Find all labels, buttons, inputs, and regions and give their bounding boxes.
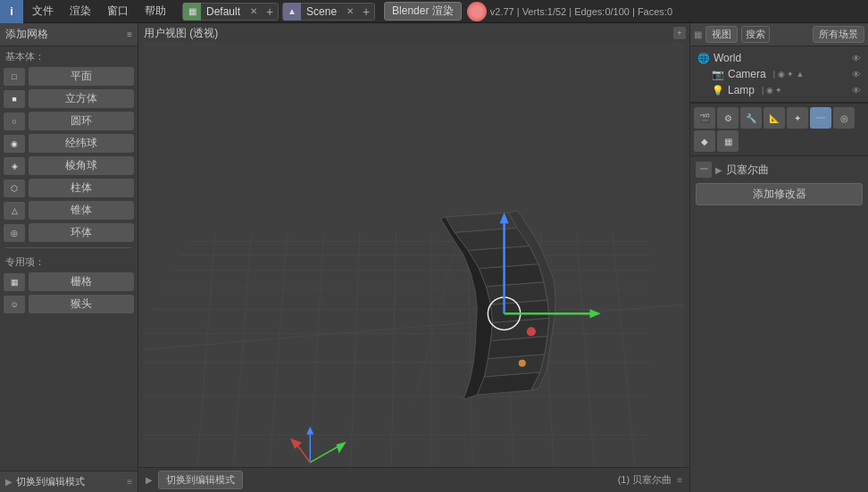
cylinder-label: 柱体 <box>29 179 134 197</box>
sidebar-item-torus[interactable]: ◎ 环体 <box>0 221 138 244</box>
lamp-options[interactable]: | ◉ ✦ <box>762 86 782 95</box>
bottom-right-corner[interactable]: ≡ <box>677 475 682 485</box>
sidebar-divider <box>5 247 132 248</box>
sidebar-title: 添加网格 <box>5 27 48 42</box>
edit-mode-button[interactable]: 切换到编辑模式 <box>16 475 85 488</box>
viewport[interactable]: 用户视图 (透视) + <box>138 23 689 492</box>
add-modifier-button[interactable]: 添加修改器 <box>696 183 863 205</box>
right-panel-corner: ▦ <box>694 29 702 39</box>
prop-scene-icon[interactable]: ⚙ <box>717 107 739 129</box>
tab-scene-icon: ▲ <box>283 3 301 21</box>
world-visibility-icon[interactable]: 👁 <box>852 54 861 63</box>
plane-label: 平面 <box>29 67 134 86</box>
prop-material-icon[interactable]: ◆ <box>694 130 715 152</box>
special-section-label: 专用项： <box>0 252 138 271</box>
edit-mode-toggle[interactable]: 切换到编辑模式 <box>158 471 243 489</box>
app-icon-label: i <box>10 4 13 18</box>
camera-visibility-icon[interactable]: 👁 <box>852 70 861 79</box>
menu-file[interactable]: 文件 <box>25 2 61 21</box>
right-panel-toolbar: ▦ 视图 搜索 所有场景 <box>690 23 868 46</box>
props-icon-bar: 🎬 ⚙ 🔧 📐 ✦ 〰 ◎ ◆ ▦ <box>690 104 868 156</box>
sidebar-item-monkey[interactable]: ☺ 猴头 <box>0 293 138 315</box>
prop-constraint-icon[interactable]: ✦ <box>787 107 808 129</box>
cone-icon: △ <box>4 202 25 220</box>
tab-default[interactable]: ▦ Default ✕ + <box>182 3 279 21</box>
torus-icon: ◎ <box>4 224 25 242</box>
grid-icon: ▦ <box>4 273 25 291</box>
props-arrow: ▶ <box>715 165 722 175</box>
sidebar-item-icosphere[interactable]: ◈ 棱角球 <box>0 154 138 177</box>
props-object-name: 贝塞尔曲 <box>726 163 769 178</box>
tab-scene[interactable]: ▲ Scene ✕ + <box>282 3 375 21</box>
camera-label: Camera <box>728 68 766 80</box>
lamp-visibility-icon[interactable]: 👁 <box>852 86 861 96</box>
version-info: v2.77 | Verts:1/52 | Edges:0/100 | Faces… <box>490 6 672 17</box>
prop-world-icon[interactable]: 🔧 <box>740 107 762 129</box>
prop-modifier-icon active[interactable]: 〰 <box>810 107 831 129</box>
sidebar-item-grid[interactable]: ▦ 栅格 <box>0 271 138 293</box>
menu-help[interactable]: 帮助 <box>138 2 173 21</box>
tree-item-world[interactable]: 🌐 World 👁 <box>694 50 864 66</box>
top-menu: 文件 渲染 窗口 帮助 <box>25 2 173 21</box>
mode-switcher-bar: ▶ 切换到编辑模式 ≡ <box>0 471 138 492</box>
torus-label: 环体 <box>29 223 134 242</box>
icosphere-icon: ◈ <box>4 157 25 175</box>
tab-default-close[interactable]: ✕ <box>246 3 262 21</box>
tab-scene-close[interactable]: ✕ <box>342 3 358 21</box>
prop-data-icon[interactable]: ◎ <box>833 107 855 129</box>
sidebar-collapse-btn[interactable]: ≡ <box>127 29 132 39</box>
object-name-label: (1) 贝塞尔曲 <box>618 473 672 487</box>
sidebar-item-uvsphere[interactable]: ◉ 经纬球 <box>0 132 138 154</box>
cylinder-icon: ⬡ <box>4 179 25 197</box>
cube-icon: ■ <box>4 90 25 108</box>
circle-label: 圆环 <box>29 112 134 130</box>
scene-viewport[interactable] <box>138 43 689 467</box>
tree-item-camera[interactable]: 📷 Camera | ◉ ✦ ▲ 👁 <box>708 66 864 82</box>
prop-render-icon[interactable]: 🎬 <box>694 107 715 129</box>
workspace-tabs: ▦ Default ✕ + ▲ Scene ✕ + <box>182 3 375 21</box>
render-engine-selector[interactable]: Blender 渲染 <box>384 2 462 21</box>
tab-scene-add[interactable]: + <box>358 3 374 21</box>
uvsphere-icon: ◉ <box>4 135 25 153</box>
right-panel: ▦ 视图 搜索 所有场景 🌐 World 👁 📷 Camera | ◉ ✦ ▲ … <box>689 23 868 492</box>
svg-point-42 <box>519 360 526 367</box>
menu-window[interactable]: 窗口 <box>100 2 136 21</box>
camera-icon: 📷 <box>712 69 724 80</box>
tab-default-add[interactable]: + <box>262 3 278 21</box>
left-sidebar: 添加网格 ≡ 基本体： □ 平面 ■ 立方体 ○ 圆环 ◉ 经纬球 ◈ 棱角球 … <box>0 23 138 492</box>
sidebar-item-cone[interactable]: △ 锥体 <box>0 199 138 221</box>
lamp-icon: 💡 <box>712 85 724 96</box>
grid-label: 栅格 <box>29 272 134 291</box>
main-layout: 添加网格 ≡ 基本体： □ 平面 ■ 立方体 ○ 圆环 ◉ 经纬球 ◈ 棱角球 … <box>0 23 868 492</box>
top-bar: i 文件 渲染 窗口 帮助 ▦ Default ✕ + ▲ Scene ✕ + … <box>0 0 868 23</box>
cube-label: 立方体 <box>29 89 134 108</box>
scene-dropdown[interactable]: 所有场景 <box>813 26 864 43</box>
prop-texture-icon[interactable]: ▦ <box>717 130 739 152</box>
svg-point-41 <box>527 327 536 336</box>
properties-panel: 🎬 ⚙ 🔧 📐 ✦ 〰 ◎ ◆ ▦ 〰 ▶ 贝塞尔曲 添加修改器 <box>690 103 868 211</box>
view-button[interactable]: 视图 <box>705 26 738 43</box>
blender-logo <box>467 2 487 21</box>
camera-options[interactable]: | ◉ ✦ ▲ <box>773 70 805 79</box>
icosphere-label: 棱角球 <box>29 156 134 175</box>
prop-object-icon[interactable]: 📐 <box>764 107 785 129</box>
search-button[interactable]: 搜索 <box>741 26 770 43</box>
lamp-label: Lamp <box>728 84 755 96</box>
sidebar-item-circle[interactable]: ○ 圆环 <box>0 110 138 132</box>
basic-section-label: 基本体： <box>0 46 138 65</box>
app-icon: i <box>0 0 23 23</box>
plane-icon: □ <box>4 68 25 86</box>
scene-tree: 🌐 World 👁 📷 Camera | ◉ ✦ ▲ 👁 💡 Lamp | ◉ … <box>690 46 868 102</box>
uvsphere-label: 经纬球 <box>29 134 134 153</box>
viewport-title: 用户视图 (透视) <box>144 26 218 41</box>
circle-icon: ○ <box>4 113 25 130</box>
bottom-left-corner[interactable]: ▶ <box>146 475 153 485</box>
monkey-label: 猴头 <box>29 295 134 313</box>
sidebar-item-cube[interactable]: ■ 立方体 <box>0 88 138 110</box>
tree-item-lamp[interactable]: 💡 Lamp | ◉ ✦ 👁 <box>708 82 864 98</box>
menu-render[interactable]: 渲染 <box>63 2 98 21</box>
props-object-row: 〰 ▶ 贝塞尔曲 <box>696 162 863 178</box>
sidebar-item-cylinder[interactable]: ⬡ 柱体 <box>0 177 138 199</box>
sidebar-item-plane[interactable]: □ 平面 <box>0 65 138 88</box>
viewport-bottom: ▶ 切换到编辑模式 (1) 贝塞尔曲 ≡ <box>138 467 689 492</box>
